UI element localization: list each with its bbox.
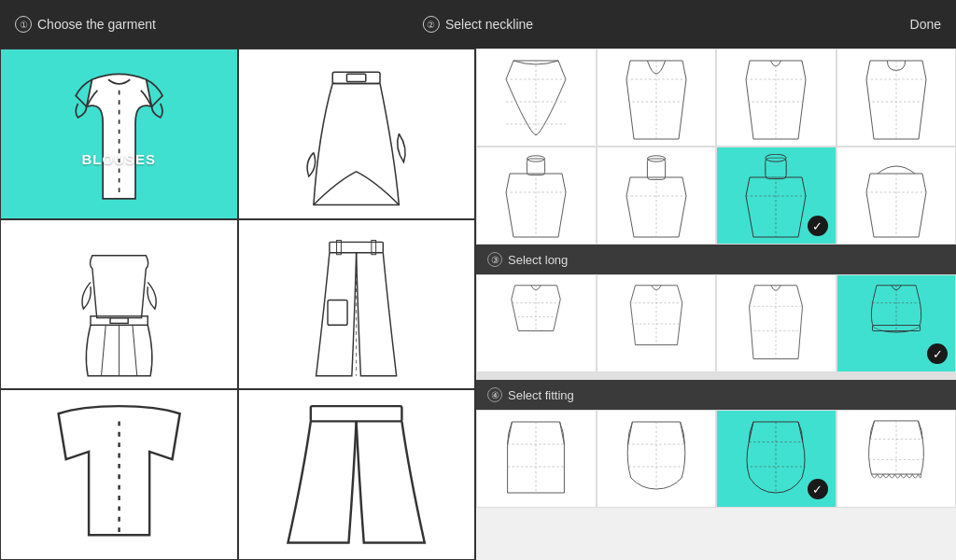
svg-line-5	[101, 325, 105, 376]
garment-corset-dress[interactable]	[0, 219, 238, 390]
blouses-label: BLOUSES	[81, 151, 156, 167]
neckline-option-5[interactable]	[476, 147, 597, 245]
step2-label: Select neckline	[445, 17, 533, 32]
options-panel: ✓ ③ Select long	[476, 49, 956, 560]
spacer	[476, 372, 956, 380]
svg-rect-11	[328, 300, 347, 325]
fitting-option-3[interactable]: ✓	[716, 410, 836, 508]
svg-rect-4	[110, 317, 128, 323]
long-label: Select long	[508, 253, 568, 267]
neckline-option-2[interactable]	[597, 49, 717, 147]
long-option-1[interactable]	[476, 274, 597, 372]
long-option-3[interactable]	[716, 274, 836, 372]
svg-line-7	[133, 325, 137, 376]
fitting-grid: ✓	[476, 410, 956, 508]
garment-5[interactable]	[0, 389, 238, 560]
neckline-check-7: ✓	[808, 216, 828, 236]
long-section: ③ Select long	[476, 245, 956, 372]
fitting-option-4[interactable]	[836, 410, 957, 508]
garment-blouses[interactable]: BLOUSES	[0, 49, 238, 219]
step1-number: ①	[15, 16, 32, 33]
fitting-header: ④ Select fitting	[476, 380, 956, 410]
step1-label: Choose the garment	[37, 17, 156, 32]
garment-asymm-skirt[interactable]	[238, 49, 476, 219]
main-content: BLOUSES	[0, 49, 956, 560]
fitting-section: ④ Select fitting	[476, 380, 956, 508]
svg-rect-8	[330, 242, 383, 252]
svg-rect-14	[311, 406, 402, 421]
svg-rect-2	[347, 74, 366, 81]
neckline-option-1[interactable]	[476, 49, 597, 147]
step1-header: ① Choose the garment	[15, 16, 156, 33]
fitting-check-3: ✓	[808, 479, 828, 499]
svg-point-37	[766, 154, 786, 161]
neckline-option-3[interactable]	[716, 49, 836, 147]
neckline-option-8[interactable]	[836, 147, 957, 245]
neckline-option-7[interactable]: ✓	[716, 147, 836, 245]
fitting-step-num: ④	[487, 387, 502, 402]
neckline-section: ✓	[476, 49, 956, 245]
long-option-2[interactable]	[597, 274, 717, 372]
step2-number: ②	[423, 16, 440, 33]
neckline-option-4[interactable]	[836, 49, 957, 147]
garment-grid: BLOUSES	[0, 49, 476, 560]
fitting-option-1[interactable]	[476, 410, 597, 508]
long-header: ③ Select long	[476, 245, 956, 274]
app-header: ① Choose the garment ② Select neckline D…	[0, 0, 956, 49]
done-button[interactable]: Done	[910, 17, 941, 32]
step2-header: ② Select neckline	[423, 16, 533, 33]
neckline-option-6[interactable]	[597, 147, 717, 245]
fitting-option-2[interactable]	[597, 410, 717, 508]
long-check-4: ✓	[927, 343, 948, 364]
garment-wide-pants[interactable]	[238, 219, 476, 390]
long-option-4[interactable]: ✓	[836, 274, 957, 372]
neckline-grid: ✓	[476, 49, 956, 245]
long-grid: ✓	[476, 274, 956, 372]
fitting-label: Select fitting	[508, 388, 574, 402]
garment-6[interactable]	[238, 389, 476, 560]
long-step-num: ③	[487, 252, 502, 267]
